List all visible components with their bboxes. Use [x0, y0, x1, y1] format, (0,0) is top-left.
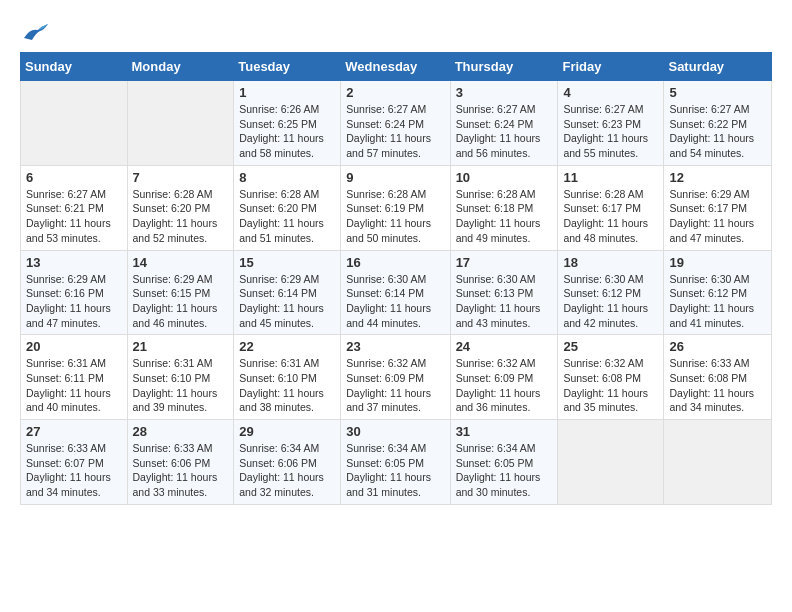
day-number: 13 [26, 255, 122, 270]
day-info: Sunrise: 6:27 AM Sunset: 6:24 PM Dayligh… [346, 102, 444, 161]
day-info: Sunrise: 6:28 AM Sunset: 6:17 PM Dayligh… [563, 187, 658, 246]
day-info: Sunrise: 6:30 AM Sunset: 6:12 PM Dayligh… [669, 272, 766, 331]
day-info: Sunrise: 6:28 AM Sunset: 6:20 PM Dayligh… [133, 187, 229, 246]
calendar-cell: 3 Sunrise: 6:27 AM Sunset: 6:24 PM Dayli… [450, 81, 558, 166]
day-number: 22 [239, 339, 335, 354]
day-info: Sunrise: 6:30 AM Sunset: 6:14 PM Dayligh… [346, 272, 444, 331]
calendar-cell: 17 Sunrise: 6:30 AM Sunset: 6:13 PM Dayl… [450, 250, 558, 335]
day-number: 8 [239, 170, 335, 185]
day-number: 28 [133, 424, 229, 439]
calendar-cell: 27 Sunrise: 6:33 AM Sunset: 6:07 PM Dayl… [21, 420, 128, 505]
calendar-cell: 26 Sunrise: 6:33 AM Sunset: 6:08 PM Dayl… [664, 335, 772, 420]
day-number: 30 [346, 424, 444, 439]
calendar-table: SundayMondayTuesdayWednesdayThursdayFrid… [20, 52, 772, 505]
calendar-cell: 25 Sunrise: 6:32 AM Sunset: 6:08 PM Dayl… [558, 335, 664, 420]
day-info: Sunrise: 6:28 AM Sunset: 6:18 PM Dayligh… [456, 187, 553, 246]
day-number: 15 [239, 255, 335, 270]
calendar-cell: 9 Sunrise: 6:28 AM Sunset: 6:19 PM Dayli… [341, 165, 450, 250]
day-info: Sunrise: 6:33 AM Sunset: 6:07 PM Dayligh… [26, 441, 122, 500]
calendar-cell: 23 Sunrise: 6:32 AM Sunset: 6:09 PM Dayl… [341, 335, 450, 420]
day-number: 2 [346, 85, 444, 100]
day-info: Sunrise: 6:32 AM Sunset: 6:09 PM Dayligh… [346, 356, 444, 415]
calendar-header-row: SundayMondayTuesdayWednesdayThursdayFrid… [21, 53, 772, 81]
day-info: Sunrise: 6:27 AM Sunset: 6:23 PM Dayligh… [563, 102, 658, 161]
day-number: 3 [456, 85, 553, 100]
calendar-cell: 11 Sunrise: 6:28 AM Sunset: 6:17 PM Dayl… [558, 165, 664, 250]
calendar-cell: 12 Sunrise: 6:29 AM Sunset: 6:17 PM Dayl… [664, 165, 772, 250]
day-info: Sunrise: 6:26 AM Sunset: 6:25 PM Dayligh… [239, 102, 335, 161]
day-info: Sunrise: 6:32 AM Sunset: 6:09 PM Dayligh… [456, 356, 553, 415]
calendar-cell: 14 Sunrise: 6:29 AM Sunset: 6:15 PM Dayl… [127, 250, 234, 335]
day-number: 1 [239, 85, 335, 100]
calendar-cell: 16 Sunrise: 6:30 AM Sunset: 6:14 PM Dayl… [341, 250, 450, 335]
day-number: 6 [26, 170, 122, 185]
day-header-tuesday: Tuesday [234, 53, 341, 81]
day-number: 24 [456, 339, 553, 354]
day-number: 25 [563, 339, 658, 354]
day-header-thursday: Thursday [450, 53, 558, 81]
day-header-monday: Monday [127, 53, 234, 81]
day-info: Sunrise: 6:29 AM Sunset: 6:15 PM Dayligh… [133, 272, 229, 331]
calendar-cell: 29 Sunrise: 6:34 AM Sunset: 6:06 PM Dayl… [234, 420, 341, 505]
calendar-cell: 30 Sunrise: 6:34 AM Sunset: 6:05 PM Dayl… [341, 420, 450, 505]
day-info: Sunrise: 6:27 AM Sunset: 6:21 PM Dayligh… [26, 187, 122, 246]
calendar-cell: 18 Sunrise: 6:30 AM Sunset: 6:12 PM Dayl… [558, 250, 664, 335]
logo-bird-icon [22, 20, 50, 42]
day-info: Sunrise: 6:29 AM Sunset: 6:17 PM Dayligh… [669, 187, 766, 246]
calendar-cell: 7 Sunrise: 6:28 AM Sunset: 6:20 PM Dayli… [127, 165, 234, 250]
day-number: 5 [669, 85, 766, 100]
day-header-friday: Friday [558, 53, 664, 81]
day-number: 19 [669, 255, 766, 270]
day-number: 26 [669, 339, 766, 354]
calendar-cell: 8 Sunrise: 6:28 AM Sunset: 6:20 PM Dayli… [234, 165, 341, 250]
day-number: 21 [133, 339, 229, 354]
day-info: Sunrise: 6:28 AM Sunset: 6:20 PM Dayligh… [239, 187, 335, 246]
calendar-cell: 13 Sunrise: 6:29 AM Sunset: 6:16 PM Dayl… [21, 250, 128, 335]
calendar-cell [21, 81, 128, 166]
day-number: 18 [563, 255, 658, 270]
calendar-cell: 24 Sunrise: 6:32 AM Sunset: 6:09 PM Dayl… [450, 335, 558, 420]
calendar-cell: 20 Sunrise: 6:31 AM Sunset: 6:11 PM Dayl… [21, 335, 128, 420]
day-info: Sunrise: 6:29 AM Sunset: 6:14 PM Dayligh… [239, 272, 335, 331]
week-row-1: 1 Sunrise: 6:26 AM Sunset: 6:25 PM Dayli… [21, 81, 772, 166]
calendar-cell: 22 Sunrise: 6:31 AM Sunset: 6:10 PM Dayl… [234, 335, 341, 420]
calendar-cell: 15 Sunrise: 6:29 AM Sunset: 6:14 PM Dayl… [234, 250, 341, 335]
calendar-cell [127, 81, 234, 166]
day-info: Sunrise: 6:33 AM Sunset: 6:08 PM Dayligh… [669, 356, 766, 415]
calendar-cell: 10 Sunrise: 6:28 AM Sunset: 6:18 PM Dayl… [450, 165, 558, 250]
day-info: Sunrise: 6:27 AM Sunset: 6:22 PM Dayligh… [669, 102, 766, 161]
day-info: Sunrise: 6:32 AM Sunset: 6:08 PM Dayligh… [563, 356, 658, 415]
day-number: 14 [133, 255, 229, 270]
day-info: Sunrise: 6:31 AM Sunset: 6:11 PM Dayligh… [26, 356, 122, 415]
calendar-cell: 6 Sunrise: 6:27 AM Sunset: 6:21 PM Dayli… [21, 165, 128, 250]
week-row-3: 13 Sunrise: 6:29 AM Sunset: 6:16 PM Dayl… [21, 250, 772, 335]
day-number: 11 [563, 170, 658, 185]
calendar-cell [558, 420, 664, 505]
calendar-cell: 4 Sunrise: 6:27 AM Sunset: 6:23 PM Dayli… [558, 81, 664, 166]
day-info: Sunrise: 6:33 AM Sunset: 6:06 PM Dayligh… [133, 441, 229, 500]
calendar-cell: 5 Sunrise: 6:27 AM Sunset: 6:22 PM Dayli… [664, 81, 772, 166]
day-info: Sunrise: 6:31 AM Sunset: 6:10 PM Dayligh… [239, 356, 335, 415]
calendar-cell: 31 Sunrise: 6:34 AM Sunset: 6:05 PM Dayl… [450, 420, 558, 505]
day-header-wednesday: Wednesday [341, 53, 450, 81]
page-header [20, 20, 772, 42]
day-number: 17 [456, 255, 553, 270]
day-number: 23 [346, 339, 444, 354]
day-number: 20 [26, 339, 122, 354]
logo [20, 20, 50, 42]
day-number: 12 [669, 170, 766, 185]
calendar-cell: 21 Sunrise: 6:31 AM Sunset: 6:10 PM Dayl… [127, 335, 234, 420]
calendar-cell [664, 420, 772, 505]
day-info: Sunrise: 6:29 AM Sunset: 6:16 PM Dayligh… [26, 272, 122, 331]
day-info: Sunrise: 6:34 AM Sunset: 6:05 PM Dayligh… [346, 441, 444, 500]
day-header-sunday: Sunday [21, 53, 128, 81]
day-number: 9 [346, 170, 444, 185]
day-info: Sunrise: 6:30 AM Sunset: 6:12 PM Dayligh… [563, 272, 658, 331]
day-info: Sunrise: 6:27 AM Sunset: 6:24 PM Dayligh… [456, 102, 553, 161]
week-row-4: 20 Sunrise: 6:31 AM Sunset: 6:11 PM Dayl… [21, 335, 772, 420]
calendar-cell: 1 Sunrise: 6:26 AM Sunset: 6:25 PM Dayli… [234, 81, 341, 166]
day-number: 29 [239, 424, 335, 439]
calendar-cell: 28 Sunrise: 6:33 AM Sunset: 6:06 PM Dayl… [127, 420, 234, 505]
week-row-2: 6 Sunrise: 6:27 AM Sunset: 6:21 PM Dayli… [21, 165, 772, 250]
day-number: 10 [456, 170, 553, 185]
